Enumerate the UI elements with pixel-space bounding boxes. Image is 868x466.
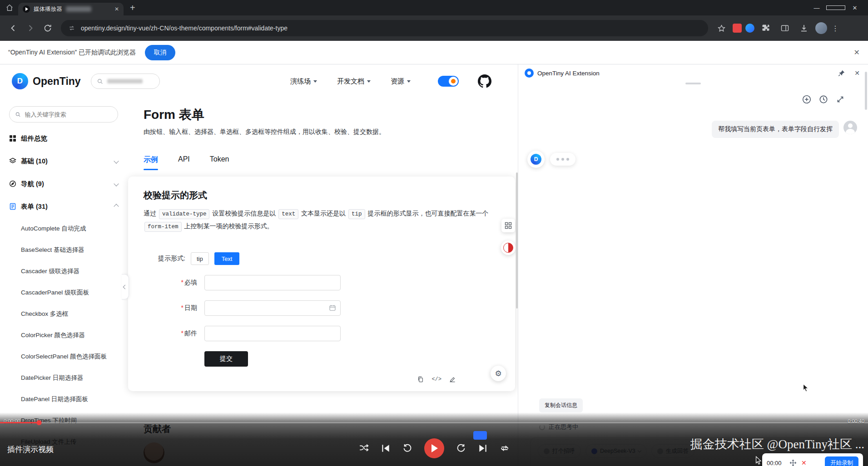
- infobar-cancel-button[interactable]: 取消: [145, 45, 175, 60]
- browser-toolbar: opentiny.design/tiny-vue/zh-CN/os-theme/…: [0, 15, 868, 41]
- sidebar-group-navigation[interactable]: 导航 (9): [0, 172, 127, 195]
- extension-icon-blue[interactable]: [745, 24, 754, 33]
- code-icon[interactable]: </>: [432, 376, 441, 383]
- forward-icon[interactable]: [23, 20, 38, 36]
- sidebar-item-colorpicker[interactable]: ColorPicker 颜色选择器: [0, 324, 127, 346]
- sidebar-item-datepicker[interactable]: DatePicker 日期选择器: [0, 367, 127, 388]
- email-field-input[interactable]: [205, 326, 340, 341]
- calendar-icon[interactable]: [329, 304, 336, 312]
- nav-playground[interactable]: 演练场: [290, 77, 317, 86]
- compass-icon: [9, 180, 16, 187]
- new-chat-icon[interactable]: [802, 94, 812, 104]
- sidebar-group-basic[interactable]: 基础 (10): [0, 150, 127, 172]
- shuffle-icon[interactable]: [359, 443, 369, 453]
- tab-examples[interactable]: 示例: [144, 155, 158, 170]
- maximize-button[interactable]: [826, 5, 845, 11]
- form-demo: 提示形式: tip Text *必填 *日期: [144, 252, 500, 367]
- sidebar-search-input[interactable]: [25, 111, 113, 118]
- sidebar-collapse-handle[interactable]: [122, 274, 129, 299]
- chevron-down-icon: [367, 80, 371, 83]
- code-chip: validate-type: [159, 209, 210, 219]
- site-info-icon[interactable]: [68, 25, 75, 32]
- back-icon[interactable]: [5, 20, 21, 36]
- close-window-button[interactable]: ✕: [845, 5, 864, 11]
- forward-icon[interactable]: [456, 443, 466, 453]
- typing-indicator: [550, 153, 575, 166]
- recorder-close-icon[interactable]: ✕: [801, 459, 807, 466]
- edit-icon[interactable]: [449, 376, 456, 383]
- pin-icon[interactable]: [838, 69, 845, 77]
- player-timeline[interactable]: [0, 422, 868, 423]
- github-icon[interactable]: [478, 74, 491, 88]
- nav-docs[interactable]: 开发文档: [337, 77, 371, 86]
- debug-infobar: “OpenTiny AI Extension” 已开始调试此浏览器 取消 ✕: [0, 41, 868, 64]
- browser-tabbar: 媒体播放器 ✕ + — ✕: [0, 0, 868, 15]
- player-knob[interactable]: [36, 420, 41, 425]
- resize-icon[interactable]: [835, 94, 845, 104]
- panel-drag-handle[interactable]: [685, 83, 701, 84]
- next-icon[interactable]: [478, 443, 488, 453]
- side-panel-icon[interactable]: [777, 20, 793, 36]
- copy-session-button[interactable]: 复制会话信息: [539, 398, 583, 412]
- mode-option-text[interactable]: Text: [214, 252, 240, 265]
- history-icon[interactable]: [818, 94, 828, 104]
- browser-menu-icon[interactable]: ⋮: [831, 24, 840, 33]
- opentiny-bot-icon: D: [531, 154, 541, 165]
- browser-tab-media-player[interactable]: 媒体播放器 ✕: [18, 3, 124, 15]
- sidebar-item-cascaderpanel[interactable]: CascaderPanel 级联面板: [0, 282, 127, 303]
- sidebar-group-form[interactable]: 表单 (31): [0, 195, 127, 218]
- mode-option-tip[interactable]: tip: [191, 252, 209, 265]
- window-controls: — ✕: [807, 5, 864, 11]
- tab-api[interactable]: API: [178, 155, 190, 170]
- chat-area: 帮我填写当前页表单，表单字段自行发挥 D: [518, 104, 868, 168]
- opentiny-logo[interactable]: D OpenTiny: [12, 73, 81, 89]
- sidebar-item-autocomplete[interactable]: AutoComplete 自动完成: [0, 218, 127, 239]
- date-field-input[interactable]: [205, 301, 340, 315]
- gear-icon: ⚙: [495, 369, 501, 378]
- sidebar-search[interactable]: [9, 106, 118, 123]
- loop-icon[interactable]: [500, 443, 510, 453]
- copy-icon[interactable]: [417, 376, 424, 383]
- settings-gear-button[interactable]: ⚙: [491, 366, 506, 381]
- submit-button[interactable]: 提交: [204, 351, 248, 367]
- sidebar-item-datepanel[interactable]: DatePanel 日期选择面板: [0, 388, 127, 410]
- infobar-close-icon[interactable]: ✕: [854, 48, 860, 57]
- layers-icon: [9, 157, 16, 165]
- nav-resources[interactable]: 资源: [391, 77, 411, 86]
- required-field-input[interactable]: [205, 275, 340, 290]
- sidebar-item-overview[interactable]: 组件总览: [0, 127, 127, 150]
- bookmark-star-icon[interactable]: [714, 20, 729, 36]
- move-icon[interactable]: [789, 459, 797, 466]
- replay-icon[interactable]: [402, 443, 412, 453]
- tab-close-icon[interactable]: ✕: [114, 6, 119, 12]
- chevron-down-icon: [114, 181, 119, 186]
- sidebar-item-baseselect[interactable]: BaseSelect 基础选择器: [0, 239, 127, 260]
- sidebar-item-checkbox[interactable]: Checkbox 多选框: [0, 303, 127, 324]
- extensions-puzzle-icon[interactable]: [758, 20, 774, 36]
- form-row-email: *邮件: [158, 326, 500, 341]
- header-search[interactable]: [91, 74, 160, 89]
- screen: 媒体播放器 ✕ + — ✕ opentiny.design/tiny-vue/z…: [0, 0, 868, 466]
- new-tab-button[interactable]: +: [130, 3, 135, 13]
- layout-switch-button[interactable]: [501, 219, 515, 232]
- reload-icon[interactable]: [40, 20, 55, 36]
- download-icon[interactable]: [796, 20, 812, 36]
- previous-icon[interactable]: [381, 443, 391, 453]
- play-button[interactable]: [424, 438, 444, 458]
- theme-toggle[interactable]: [438, 76, 459, 87]
- extension-icon-red[interactable]: [733, 24, 742, 33]
- address-bar[interactable]: opentiny.design/tiny-vue/zh-CN/os-theme/…: [61, 20, 708, 36]
- sidebar-item-colorselectpanel[interactable]: ColorSelectPanel 颜色选择面板: [0, 346, 127, 367]
- blurred-tab-text: [66, 6, 91, 12]
- ai-panel-scrollbar[interactable]: [865, 72, 867, 110]
- minimize-button[interactable]: —: [807, 5, 826, 11]
- framework-switch-button[interactable]: [501, 240, 516, 255]
- sidebar: 组件总览 基础 (10) 导航 (9) 表单 (31): [0, 98, 127, 466]
- sidebar-item-cascader[interactable]: Cascader 级联选择器: [0, 260, 127, 282]
- start-recording-button[interactable]: 开始录制: [825, 456, 858, 466]
- tab-token[interactable]: Token: [210, 155, 229, 170]
- profile-avatar[interactable]: [815, 22, 827, 34]
- ai-close-icon[interactable]: ✕: [854, 69, 860, 77]
- video-title: 插件演示视频: [7, 444, 54, 455]
- docs-page: D OpenTiny 演练场 开发文档 资源: [0, 64, 518, 466]
